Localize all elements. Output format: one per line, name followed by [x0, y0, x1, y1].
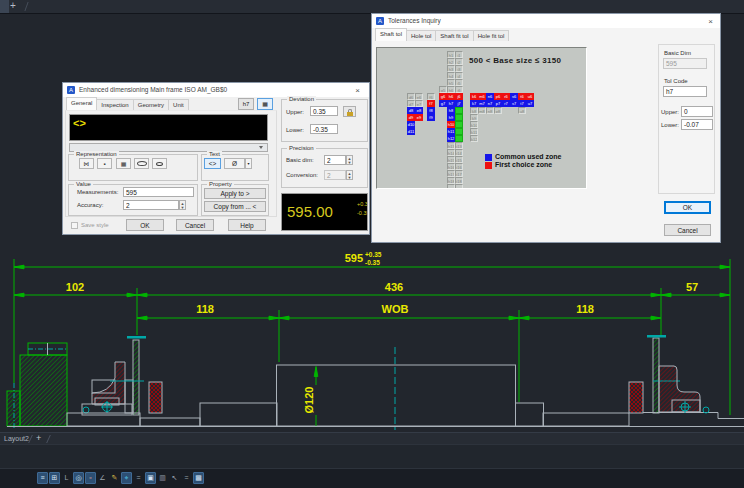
tolerance-zone-cell[interactable]: j18 [455, 177, 463, 184]
tolerance-zone-cell[interactable]: e6 [415, 93, 423, 100]
tab-shaft-fit-tol[interactable]: Shaft fit tol [435, 30, 473, 41]
upper-field[interactable]: 0 [681, 106, 713, 117]
selection-cycling-icon[interactable]: = [181, 472, 192, 484]
tol-code-field[interactable]: h7 [663, 86, 707, 97]
lower-field[interactable]: -0.35 [310, 124, 338, 134]
tolerance-zone-cell[interactable] [455, 128, 463, 135]
tolerance-zone-cell[interactable]: d9 [407, 114, 415, 121]
tab-inspection[interactable]: Inspection [96, 99, 133, 110]
rep-round-button[interactable] [152, 158, 167, 169]
tab-hole-tol[interactable]: Hole tol [406, 30, 436, 41]
tolerance-zone-cell[interactable]: k10 [470, 121, 478, 128]
tolerance-zone-cell[interactable]: e7 [415, 100, 423, 107]
tolerance-zone-cell[interactable]: k8 [470, 107, 478, 114]
tolerance-zone-cell[interactable]: h7 [447, 100, 455, 107]
dialog-titlebar[interactable]: A Tolerances Inquiry × [372, 14, 720, 28]
tolerance-zone-cell[interactable]: h15 [447, 156, 455, 163]
tolerance-zone-cell[interactable]: g7 [439, 100, 447, 107]
tolerance-zone-cell[interactable]: f9 [427, 114, 435, 121]
tolerance-zone-cell[interactable]: j3 [455, 65, 463, 72]
tolerance-zone-cell[interactable]: f6 [427, 93, 435, 100]
tolerance-zone-cell[interactable]: u6 [526, 93, 534, 100]
tolerance-zone-cell[interactable]: h9 [447, 114, 455, 121]
transparency-icon[interactable]: ▣ [145, 472, 156, 484]
isolate-icon[interactable]: ▩ [193, 472, 204, 484]
tolerance-zone-cell[interactable]: h18 [447, 177, 455, 184]
tolerance-zone-cell[interactable] [455, 135, 463, 142]
grid-icon[interactable]: ⊞ [49, 472, 60, 484]
tolerance-zone-cell[interactable]: s6 [510, 93, 518, 100]
tab-geometry[interactable]: Geometry [133, 99, 169, 110]
tolerance-zone-cell[interactable]: j7 [455, 100, 463, 107]
object-snap-icon[interactable]: ▫ [85, 472, 96, 484]
tolerance-zone-cell[interactable] [455, 114, 463, 121]
tolerance-zone-cell[interactable]: t7 [518, 100, 526, 107]
tolerance-zone-cell[interactable]: n7 [486, 100, 494, 107]
tolerance-zone-cell[interactable]: j6 [455, 86, 463, 93]
tolerance-zone-cell[interactable]: h6 [447, 93, 455, 100]
isodraft-icon[interactable]: ✎ [109, 472, 120, 484]
tolerance-zone-cell[interactable]: f7 [427, 100, 435, 107]
tab-unit[interactable]: Unit [168, 99, 189, 110]
part-geometry[interactable] [7, 335, 744, 430]
tolerance-zone-cell[interactable]: d8 [407, 107, 415, 114]
polar-tracking-icon[interactable]: ◎ [73, 472, 84, 484]
tolerance-zone-cell[interactable]: s7 [510, 100, 518, 107]
tolerance-zone-cell[interactable]: h2 [447, 58, 455, 65]
infer-constraints-icon[interactable]: ≡ [37, 472, 48, 484]
zone-picker-button[interactable]: ▦ [257, 98, 273, 110]
ortho-icon[interactable]: L [61, 472, 72, 484]
tolerance-zone-cell[interactable]: j4 [455, 72, 463, 79]
tolerance-zone-cell[interactable]: d10 [407, 121, 415, 128]
tolerance-zone-cell[interactable]: g6 [439, 93, 447, 100]
rep-brackets-button[interactable]: ⋈ [79, 158, 94, 169]
tolerance-zone-cell[interactable]: k11 [470, 128, 478, 135]
basic-dim-field[interactable]: 2 [324, 155, 346, 165]
tolerance-zone-cell[interactable]: j1 [455, 51, 463, 58]
tolerance-zone-cell[interactable]: j2 [455, 58, 463, 65]
ok-button[interactable]: OK [126, 219, 164, 231]
tolerance-zone-cell[interactable]: h5 [447, 79, 455, 86]
accuracy-spinner[interactable]: ▲▼ [179, 200, 186, 210]
tolerance-zone-cell[interactable]: m6 [478, 93, 486, 100]
lock-button[interactable] [343, 106, 356, 117]
basic-dim-spinner[interactable]: ▲▼ [346, 155, 353, 165]
measurements-field[interactable]: 595 [123, 187, 194, 197]
tolerance-zone-cell[interactable]: j16 [455, 163, 463, 170]
tolerance-zone-cell[interactable]: h12 [447, 135, 455, 142]
tolerance-zone-cell[interactable]: n8 [486, 107, 494, 114]
tolerance-zone-cell[interactable]: j15 [455, 156, 463, 163]
tolerance-zone-cell[interactable]: k6 [470, 93, 478, 100]
text-angle-button[interactable]: <> [204, 158, 221, 169]
tolerance-zone-cell[interactable] [447, 184, 455, 189]
tolerance-zone-cell[interactable]: d11 [407, 128, 415, 135]
tolerance-zone-cell[interactable] [455, 184, 463, 189]
annotation-icon[interactable]: ▥ [157, 472, 168, 484]
save-style-checkbox[interactable] [71, 222, 78, 229]
tolerance-zone-cell[interactable]: h13 [447, 142, 455, 149]
copy-from-button[interactable]: Copy from ... < [204, 201, 266, 212]
tolerance-zone-cell[interactable]: h1 [447, 51, 455, 58]
rep-box-button[interactable]: ▦ [116, 158, 131, 169]
tolerance-zone-cell[interactable]: u7 [526, 100, 534, 107]
basic-dim-field[interactable]: 595 [663, 58, 707, 69]
help-button[interactable]: Help [228, 219, 266, 231]
conversion-field[interactable]: 2 [324, 170, 346, 180]
new-drawing-tab-button[interactable]: + [10, 0, 16, 11]
tolerance-zone-cell[interactable]: d7 [407, 100, 415, 107]
tolerance-zone-cell[interactable]: j13 [455, 142, 463, 149]
tab-shaft-tol[interactable]: Shaft tol [375, 28, 407, 41]
tolerance-zone-cell[interactable]: u8 [518, 107, 526, 114]
tolerance-zone-cell[interactable] [455, 121, 463, 128]
command-line-area[interactable] [0, 444, 744, 468]
tolerance-zone-cell[interactable]: p6 [494, 93, 502, 100]
dialog-titlebar[interactable]: A Enhanced dimensioning Main frame ISO A… [63, 83, 369, 97]
tolerance-zone-cell[interactable]: r7 [502, 100, 510, 107]
tolerance-zone-cell[interactable]: k7 [470, 100, 478, 107]
tolerance-zone-cell[interactable]: j6 [455, 93, 463, 100]
cancel-button[interactable]: Cancel [176, 219, 214, 231]
tolerance-zone-cell[interactable] [455, 107, 463, 114]
dynamic-input-icon[interactable]: = [133, 472, 144, 484]
conversion-spinner[interactable]: ▲▼ [346, 170, 353, 180]
tolerance-zone-cell[interactable]: k12 [470, 135, 478, 142]
